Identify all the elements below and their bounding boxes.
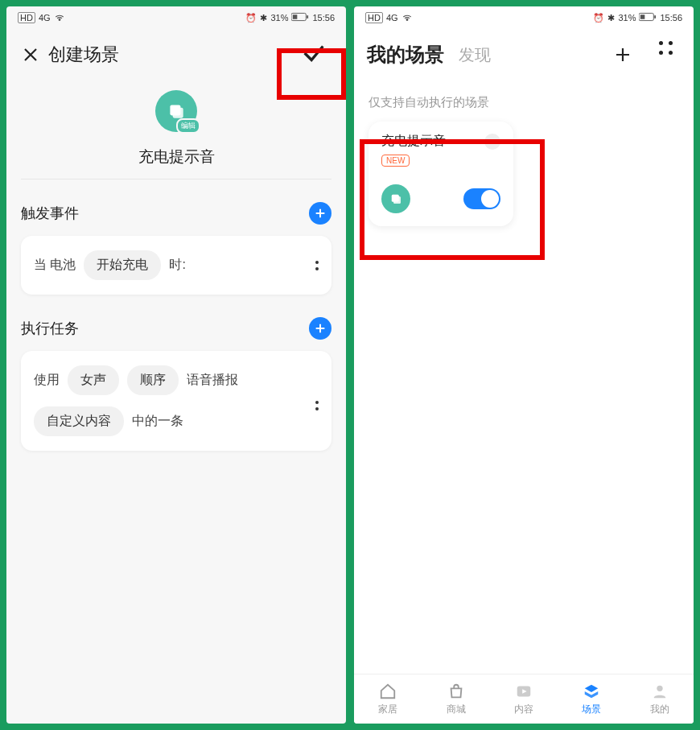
page-title: 创建场景 xyxy=(48,43,119,67)
status-bar: HD 4G ⏰ ✱ 31% 15:56 xyxy=(6,6,346,29)
scene-card[interactable]: 充电提示音 › NEW xyxy=(369,122,513,226)
battery-icon xyxy=(291,12,309,23)
task-section-title: 执行任务 xyxy=(21,319,79,338)
home-icon xyxy=(378,682,397,701)
add-trigger-button[interactable] xyxy=(309,202,331,225)
wifi-icon xyxy=(54,11,65,24)
alarm-icon: ⏰ xyxy=(593,13,604,23)
scene-icon xyxy=(582,682,601,701)
nav-home-label: 家居 xyxy=(378,703,397,716)
hd-badge: HD xyxy=(18,12,35,23)
hint-text: 仅支持自动执行的场景 xyxy=(354,77,694,118)
nav-mine[interactable]: 我的 xyxy=(636,682,684,716)
nav-scene-label: 场景 xyxy=(582,703,601,716)
more-icon[interactable] xyxy=(315,401,319,410)
chevron-right-icon[interactable]: › xyxy=(484,134,500,150)
clock-time: 15:56 xyxy=(660,13,682,23)
battery-icon xyxy=(639,12,657,23)
menu-icon[interactable] xyxy=(652,40,681,69)
status-bar: HD 4G ⏰ ✱ 31% 15:56 xyxy=(354,6,694,29)
chip-voice[interactable]: 女声 xyxy=(68,365,119,395)
trigger-section-title: 触发事件 xyxy=(21,204,79,223)
bottom-nav: 家居 商城 内容 场景 我的 xyxy=(354,674,694,724)
alarm-icon: ⏰ xyxy=(245,13,257,23)
task-card[interactable]: 使用 女声 顺序 语音播报 自定义内容 中的一条 xyxy=(21,351,331,451)
nav-mall-label: 商城 xyxy=(447,703,466,716)
svg-point-6 xyxy=(406,19,408,21)
nav-scene[interactable]: 场景 xyxy=(567,682,616,716)
chip-order[interactable]: 顺序 xyxy=(127,365,179,395)
task-tts-text: 语音播报 xyxy=(187,372,238,389)
wifi-icon xyxy=(401,11,413,24)
nav-mine-label: 我的 xyxy=(650,703,669,716)
nav-mall[interactable]: 商城 xyxy=(432,682,480,716)
nav-content-label: 内容 xyxy=(514,703,533,716)
trigger-text-before: 当 电池 xyxy=(34,257,76,274)
trigger-card[interactable]: 当 电池 开始充电 时: xyxy=(21,236,331,295)
svg-rect-5 xyxy=(173,108,183,118)
bluetooth-icon: ✱ xyxy=(607,13,615,23)
battery-pct: 31% xyxy=(270,13,288,23)
task-use-text: 使用 xyxy=(34,372,60,389)
svg-rect-9 xyxy=(640,14,645,19)
network-icon: 4G xyxy=(39,13,51,23)
bluetooth-icon: ✱ xyxy=(260,13,267,23)
svg-rect-2 xyxy=(307,15,309,19)
svg-rect-8 xyxy=(655,15,657,19)
svg-rect-11 xyxy=(393,196,401,204)
profile-icon xyxy=(650,682,669,701)
trigger-text-after: 时: xyxy=(169,257,185,274)
scene-name[interactable]: 充电提示音 xyxy=(6,146,346,179)
clock-time: 15:56 xyxy=(312,13,335,23)
svg-rect-3 xyxy=(293,14,298,19)
scene-mini-avatar xyxy=(381,184,410,213)
discover-tab[interactable]: 发现 xyxy=(459,44,491,66)
add-scene-button[interactable] xyxy=(608,40,637,69)
add-task-button[interactable] xyxy=(309,317,331,340)
more-icon[interactable] xyxy=(315,261,319,270)
chip-custom[interactable]: 自定义内容 xyxy=(34,406,124,436)
svg-point-13 xyxy=(657,686,662,691)
nav-content[interactable]: 内容 xyxy=(500,682,548,716)
confirm-button[interactable] xyxy=(286,34,341,72)
scene-avatar[interactable]: 编辑 xyxy=(155,90,197,132)
network-icon: 4G xyxy=(386,13,398,23)
battery-pct: 31% xyxy=(618,13,636,23)
svg-point-0 xyxy=(59,19,60,21)
edit-badge: 编辑 xyxy=(176,118,200,134)
my-scenes-title: 我的场景 xyxy=(367,42,444,68)
hd-badge: HD xyxy=(365,12,383,23)
task-tail-text: 中的一条 xyxy=(132,413,183,430)
mall-icon xyxy=(447,682,466,701)
scene-card-title: 充电提示音 xyxy=(381,133,446,150)
new-badge: NEW xyxy=(381,155,410,167)
content-icon xyxy=(514,682,533,701)
scene-toggle[interactable] xyxy=(463,188,500,209)
trigger-chip[interactable]: 开始充电 xyxy=(84,250,161,280)
close-button[interactable] xyxy=(14,39,47,71)
nav-home[interactable]: 家居 xyxy=(364,682,412,716)
